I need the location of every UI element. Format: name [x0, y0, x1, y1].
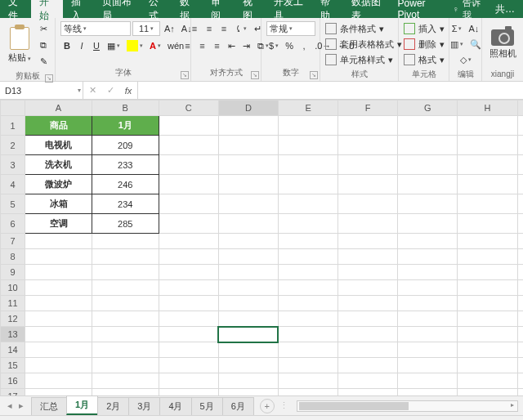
cell-A7[interactable] [25, 234, 92, 249]
conditional-format[interactable]: 条件格式 ▾ [325, 21, 384, 36]
cell-B1[interactable]: 1月 [92, 116, 159, 136]
row-12[interactable]: 12 [1, 311, 25, 327]
cell-B13[interactable] [92, 327, 159, 342]
cell-G7[interactable] [398, 234, 458, 249]
sheet-tab-2月[interactable]: 2月 [97, 397, 129, 415]
cell-G1[interactable] [398, 116, 458, 136]
cell-D12[interactable] [218, 311, 278, 327]
fill-button[interactable]: ▥ [448, 37, 466, 51]
cell-B2[interactable]: 209 [92, 136, 159, 155]
row-9[interactable]: 9 [1, 265, 25, 280]
cell-H11[interactable] [458, 296, 517, 311]
col-C[interactable]: C [159, 101, 218, 116]
col-D[interactable]: D [218, 101, 278, 116]
cell-C16[interactable] [159, 373, 218, 389]
cell-F9[interactable] [338, 265, 398, 280]
cell-C11[interactable] [159, 296, 218, 311]
tab-home[interactable]: 开始 [31, 0, 62, 18]
row-11[interactable]: 11 [1, 296, 25, 311]
cell-B4[interactable]: 246 [92, 175, 159, 194]
col-A[interactable]: A [25, 101, 92, 116]
cell-G16[interactable] [398, 373, 458, 389]
cell-H5[interactable] [458, 194, 517, 214]
cell-A3[interactable]: 洗衣机 [25, 155, 92, 175]
font-name-combo[interactable]: 等线 [60, 21, 131, 36]
row-6[interactable]: 6 [1, 214, 25, 234]
tab-review[interactable]: 审阅 [203, 0, 234, 18]
cell-B10[interactable] [92, 280, 159, 296]
cell-I4[interactable] [517, 175, 523, 194]
row-15[interactable]: 15 [1, 358, 25, 373]
fill-color[interactable] [124, 38, 145, 53]
cell-A4[interactable]: 微波炉 [25, 175, 92, 194]
cell-H2[interactable] [458, 136, 517, 155]
find-button[interactable]: 🔍 [467, 37, 484, 51]
cell-G12[interactable] [398, 311, 458, 327]
cell-B3[interactable]: 233 [92, 155, 159, 175]
cell-F13[interactable] [338, 327, 398, 342]
cell-F7[interactable] [338, 234, 398, 249]
clear-button[interactable]: ◇ [458, 52, 474, 67]
cell-B11[interactable] [92, 296, 159, 311]
comma-button[interactable]: , [297, 38, 311, 53]
bold-button[interactable]: B [60, 38, 74, 53]
row-17[interactable]: 17 [1, 389, 25, 396]
autosum[interactable]: Σ [449, 21, 465, 36]
column-headers[interactable]: A B C D E F G H I J [1, 101, 524, 116]
cell-G15[interactable] [398, 358, 458, 373]
formula-input[interactable] [138, 82, 523, 99]
tab-powerpivot[interactable]: Power Pivot [390, 0, 446, 18]
cell-B8[interactable] [92, 249, 159, 265]
cell-F14[interactable] [338, 342, 398, 358]
sheet-tab-6月[interactable]: 6月 [222, 397, 254, 415]
cell-F11[interactable] [338, 296, 398, 311]
cell-I16[interactable] [517, 373, 523, 389]
cell-E7[interactable] [278, 234, 337, 249]
cell-D16[interactable] [218, 373, 278, 389]
cell-I8[interactable] [517, 249, 523, 265]
cell-F2[interactable] [338, 136, 398, 155]
underline-button[interactable]: U [90, 38, 103, 53]
cell-B7[interactable] [92, 234, 159, 249]
copy-button[interactable]: ⧉ [37, 38, 50, 52]
cell-E11[interactable] [278, 296, 337, 311]
cell-E15[interactable] [278, 358, 337, 373]
tab-file[interactable]: 文件 [0, 0, 31, 18]
cell-A12[interactable] [25, 311, 92, 327]
cell-I2[interactable] [517, 136, 523, 155]
currency-button[interactable]: $ [266, 38, 281, 53]
tab-formulas[interactable]: 公式 [141, 0, 172, 18]
launcher-icon[interactable]: ↘ [251, 71, 259, 79]
cell-C17[interactable] [159, 389, 218, 396]
cancel-fx[interactable]: ✕ [83, 85, 101, 96]
cell-C4[interactable] [159, 175, 218, 194]
cell-F8[interactable] [338, 249, 398, 265]
cell-H14[interactable] [458, 342, 517, 358]
cell-C1[interactable] [159, 116, 218, 136]
cell-C5[interactable] [159, 194, 218, 214]
paste-button[interactable]: 粘贴 [5, 27, 34, 64]
cell-B9[interactable] [92, 265, 159, 280]
font-size-combo[interactable]: 11 [132, 21, 160, 36]
row-16[interactable]: 16 [1, 373, 25, 389]
cell-F12[interactable] [338, 311, 398, 327]
cell-D15[interactable] [218, 358, 278, 373]
cell-E8[interactable] [278, 249, 337, 265]
cell-F16[interactable] [338, 373, 398, 389]
cell-D9[interactable] [218, 265, 278, 280]
format-cells[interactable]: 格式 ▾ [404, 52, 445, 67]
cell-A13[interactable] [25, 327, 92, 342]
orientation[interactable]: ⤹ [232, 21, 249, 36]
cell-F10[interactable] [338, 280, 398, 296]
cell-F3[interactable] [338, 155, 398, 175]
cell-F15[interactable] [338, 358, 398, 373]
cell-C15[interactable] [159, 358, 218, 373]
worksheet-grid[interactable]: A B C D E F G H I J 1商品1月2电视机2093洗衣机2334… [0, 100, 523, 395]
cell-C9[interactable] [159, 265, 218, 280]
cell-A15[interactable] [25, 358, 92, 373]
align-center[interactable]: ≡ [196, 38, 209, 53]
cell-H10[interactable] [458, 280, 517, 296]
cell-E2[interactable] [278, 136, 337, 155]
col-G[interactable]: G [398, 101, 458, 116]
increase-size[interactable]: A↑ [162, 21, 177, 36]
